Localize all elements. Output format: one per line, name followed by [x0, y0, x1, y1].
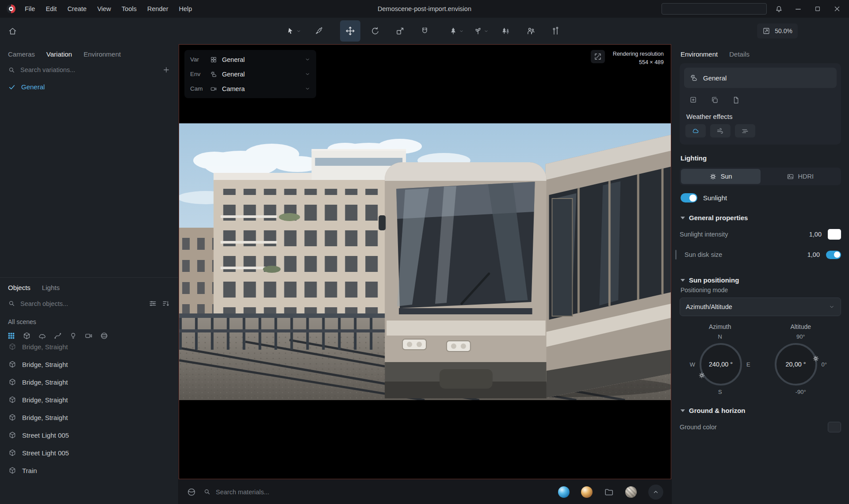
copy-environment-button[interactable] [730, 94, 742, 106]
menu-render[interactable]: Render [142, 0, 174, 18]
variation-item-general[interactable]: General [0, 78, 178, 95]
sun-position-marker-icon[interactable] [812, 355, 820, 363]
row-drag-handle[interactable] [675, 250, 677, 260]
caret-down-icon [681, 217, 685, 219]
menu-tools[interactable]: Tools [116, 0, 142, 18]
altitude-dial[interactable]: 20,00 ° [775, 343, 817, 386]
tab-lights[interactable]: Lights [42, 284, 60, 291]
people-tool-button[interactable] [520, 20, 541, 42]
variation-selector[interactable]: Var General [184, 52, 316, 67]
resolution-block: Rendering resolution 554 × 489 [591, 50, 664, 67]
home-button[interactable] [0, 27, 25, 36]
add-environment-button[interactable] [687, 94, 700, 106]
materials-search-input[interactable] [216, 489, 551, 496]
list-item[interactable]: Train [0, 462, 178, 479]
sunlight-color-swatch[interactable] [828, 229, 841, 240]
titlebar-search-input[interactable] [662, 3, 767, 15]
sun-icon [709, 173, 717, 180]
menu-edit[interactable]: Edit [40, 0, 62, 18]
snap-magnet-tool-button[interactable] [414, 20, 435, 42]
zoom-control[interactable]: 50.0% [757, 23, 798, 38]
clouds-effect-button[interactable] [685, 124, 706, 137]
maximize-button[interactable] [810, 2, 825, 15]
duplicate-icon [711, 96, 719, 104]
search-icon [8, 300, 15, 307]
objects-search-input[interactable] [20, 300, 144, 307]
sunlight-toggle[interactable] [681, 193, 697, 202]
fog-effect-button[interactable] [735, 124, 755, 137]
list-item[interactable]: Bridge, Straight [0, 409, 178, 426]
list-item[interactable]: Street Light 005 [0, 444, 178, 462]
sun-disk-size-toggle[interactable] [826, 251, 841, 259]
environment-general-row[interactable]: General [684, 68, 837, 88]
tab-variation[interactable]: Variation [46, 50, 72, 58]
filter-vegetation-icon[interactable] [38, 332, 46, 340]
filter-geo-sphere-icon[interactable] [100, 332, 108, 340]
plant-tool-button[interactable] [471, 20, 491, 42]
list-item[interactable]: Bridge, Straight [0, 343, 178, 355]
list-item[interactable]: Bridge, Straight [0, 391, 178, 409]
tab-environment-settings[interactable]: Environment [681, 50, 718, 58]
filter-all-grid-icon[interactable] [7, 332, 15, 340]
cube-icon [8, 466, 16, 474]
list-item[interactable]: Street Light 005 [0, 426, 178, 444]
ground-color-swatch[interactable] [828, 422, 841, 432]
distribute-tool-button[interactable] [545, 20, 566, 42]
positioning-mode-select[interactable]: Azimuth/Altitude [680, 298, 841, 316]
filter-lights-bulb-icon[interactable] [69, 332, 77, 340]
altitude-value: 20,00 ° [785, 361, 806, 368]
shaderball-icon[interactable] [581, 486, 593, 498]
ground-horizon-header[interactable]: Ground & horizon [681, 407, 840, 414]
azimuth-dial[interactable]: 240,00 ° [700, 343, 742, 386]
menu-view[interactable]: View [92, 0, 116, 18]
scale-tool-button[interactable] [390, 20, 410, 42]
fit-view-button[interactable] [591, 50, 605, 63]
fog-icon [741, 127, 749, 135]
filter-cameras-icon[interactable] [84, 332, 93, 340]
sun-positioning-header[interactable]: Sun positioning [681, 276, 840, 284]
tab-cameras[interactable]: Cameras [8, 50, 35, 58]
texture-sphere-icon[interactable] [625, 486, 637, 498]
wind-effect-button[interactable] [710, 124, 730, 137]
cube-icon [8, 413, 16, 421]
materials-tab-sphere-icon[interactable] [558, 486, 570, 498]
duplicate-environment-button[interactable] [708, 94, 721, 106]
filter-sliders-button[interactable] [149, 299, 157, 308]
variations-search-input[interactable] [20, 66, 157, 73]
tree-tool-button[interactable] [446, 20, 467, 42]
sun-segment[interactable]: Sun [681, 169, 761, 184]
sun-position-marker-icon[interactable] [698, 371, 706, 379]
notifications-button[interactable] [771, 2, 786, 15]
forest-tool-button[interactable] [496, 20, 516, 42]
sort-button[interactable] [162, 299, 170, 308]
filter-spline-icon[interactable] [54, 332, 62, 340]
filter-geometry-cube-icon[interactable] [23, 332, 31, 340]
minimize-button[interactable] [791, 2, 806, 15]
menu-file[interactable]: File [19, 0, 40, 18]
paint-tool-button[interactable] [308, 20, 329, 42]
material-library-icon[interactable] [187, 487, 196, 497]
positioning-mode-value: Azimuth/Altitude [686, 303, 824, 310]
menu-create[interactable]: Create [62, 0, 92, 18]
select-tool-button[interactable] [283, 20, 304, 42]
general-properties-header[interactable]: General properties [681, 214, 840, 221]
tab-details[interactable]: Details [729, 50, 750, 58]
menu-help[interactable]: Help [174, 0, 198, 18]
sun-disk-size-value[interactable]: 1,00 [807, 251, 820, 258]
tab-objects[interactable]: Objects [8, 284, 31, 291]
selector-label: Cam [190, 85, 205, 92]
environment-selector[interactable]: Env General [184, 67, 316, 81]
close-button[interactable] [830, 2, 845, 15]
rotate-tool-button[interactable] [365, 20, 385, 42]
folder-icon[interactable] [604, 487, 614, 497]
list-item[interactable]: Bridge, Straight [0, 355, 178, 373]
camera-selector[interactable]: Cam Camera [184, 81, 316, 96]
move-tool-button[interactable] [340, 20, 360, 42]
viewport-3d[interactable]: Var General Env General Cam Cam [179, 44, 671, 479]
sunlight-intensity-value[interactable]: 1,00 [809, 231, 822, 238]
tab-environment[interactable]: Environment [84, 50, 121, 58]
list-item[interactable]: Bridge, Straight [0, 373, 178, 391]
add-variation-button[interactable] [162, 66, 170, 74]
hdri-segment[interactable]: HDRI [761, 169, 840, 184]
expand-materials-button[interactable] [648, 485, 663, 500]
